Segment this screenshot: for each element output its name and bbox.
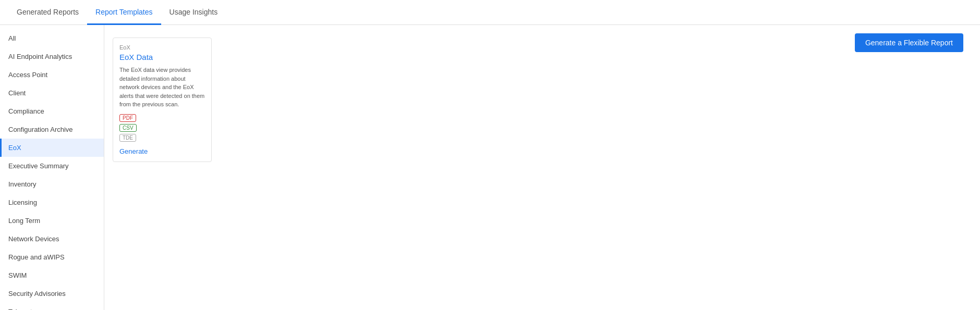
sidebar-item-all[interactable]: All xyxy=(0,29,104,47)
sidebar-item-executive-summary[interactable]: Executive Summary xyxy=(0,157,104,175)
sidebar-item-access-point[interactable]: Access Point xyxy=(0,66,104,84)
sidebar-item-security-advisories[interactable]: Security Advisories xyxy=(0,284,104,303)
sidebar-item-network-devices[interactable]: Network Devices xyxy=(0,230,104,248)
sidebar-item-client[interactable]: Client xyxy=(0,84,104,102)
card-title: EoX Data xyxy=(119,53,205,61)
sidebar-item-ai-endpoint-analytics[interactable]: AI Endpoint Analytics xyxy=(0,47,104,66)
sidebar-item-inventory[interactable]: Inventory xyxy=(0,175,104,193)
sidebar-item-configuration-archive[interactable]: Configuration Archive xyxy=(0,120,104,139)
card-generate-link[interactable]: Generate xyxy=(119,147,148,155)
sidebar: All AI Endpoint Analytics Access Point C… xyxy=(0,25,104,310)
sidebar-item-eox[interactable]: EoX xyxy=(0,139,104,157)
content-area: Generate a Flexible Report EoX EoX Data … xyxy=(104,25,980,310)
card-description: The EoX data view provides detailed info… xyxy=(119,66,205,109)
sidebar-item-swim[interactable]: SWIM xyxy=(0,266,104,284)
tab-report-templates[interactable]: Report Templates xyxy=(87,1,161,25)
sidebar-item-long-term[interactable]: Long Term xyxy=(0,212,104,230)
sidebar-item-licensing[interactable]: Licensing xyxy=(0,193,104,212)
badge-tde: TDE xyxy=(119,134,136,142)
badge-pdf: PDF xyxy=(119,114,136,122)
eox-data-card: EoX EoX Data The EoX data view provides … xyxy=(113,38,212,162)
sidebar-item-rogue-and-awips[interactable]: Rogue and aWIPS xyxy=(0,248,104,266)
generate-flexible-report-button[interactable]: Generate a Flexible Report xyxy=(855,33,963,52)
top-tabs-bar: Generated Reports Report Templates Usage… xyxy=(0,0,980,25)
tab-generated-reports[interactable]: Generated Reports xyxy=(8,1,87,25)
sidebar-item-telemetry[interactable]: Telemetry xyxy=(0,303,104,310)
badge-csv: CSV xyxy=(119,124,137,132)
main-layout: All AI Endpoint Analytics Access Point C… xyxy=(0,25,980,310)
tab-usage-insights[interactable]: Usage Insights xyxy=(161,1,226,25)
sidebar-item-compliance[interactable]: Compliance xyxy=(0,102,104,120)
card-category: EoX xyxy=(119,44,205,51)
card-badges: PDF CSV TDE xyxy=(119,114,205,142)
